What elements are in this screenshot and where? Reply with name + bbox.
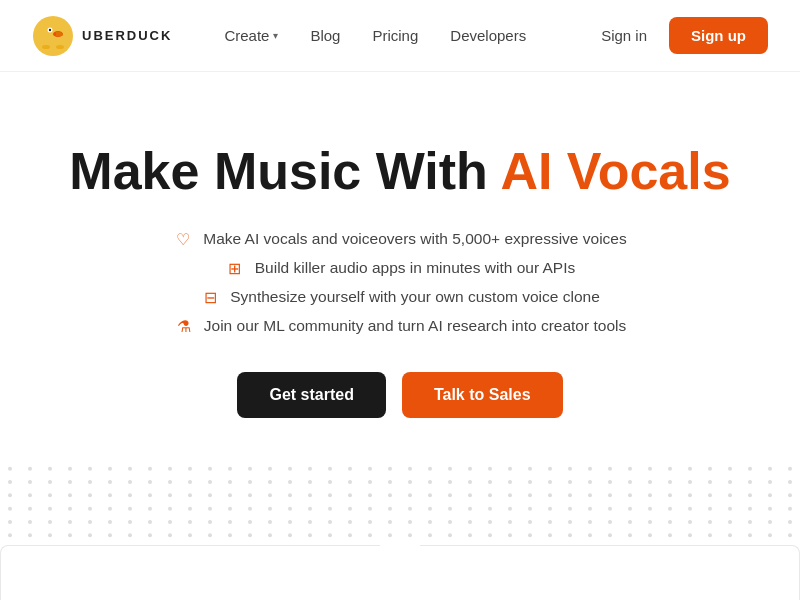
svg-point-7 xyxy=(56,45,64,49)
logo-icon xyxy=(32,15,74,57)
talk-to-sales-button[interactable]: Talk to Sales xyxy=(402,372,563,418)
nav-pricing-link[interactable]: Pricing xyxy=(360,19,430,52)
hero-title: Make Music With AI Vocals xyxy=(69,142,730,202)
nav-right: Sign in Sign up xyxy=(587,17,768,54)
logo-text: UBERDUCK xyxy=(82,28,172,43)
get-started-button[interactable]: Get started xyxy=(237,372,385,418)
strip-right xyxy=(420,545,800,600)
feature-voices: ♡ Make AI vocals and voiceovers with 5,0… xyxy=(173,230,626,249)
cta-buttons: Get started Talk to Sales xyxy=(237,372,562,418)
nav-links: Create ▾ Blog Pricing Developers xyxy=(212,19,587,52)
nav-blog-link[interactable]: Blog xyxy=(298,19,352,52)
feature-voices-text: Make AI vocals and voiceovers with 5,000… xyxy=(203,230,626,248)
svg-point-4 xyxy=(49,28,51,30)
grid-icon: ⊞ xyxy=(225,259,245,278)
chevron-down-icon: ▾ xyxy=(273,30,278,41)
feature-clone: ⊟ Synthesize yourself with your own cust… xyxy=(200,288,600,307)
signin-link[interactable]: Sign in xyxy=(587,19,661,52)
feature-community: ⚗ Join our ML community and turn AI rese… xyxy=(174,317,626,336)
feature-api: ⊞ Build killer audio apps in minutes wit… xyxy=(225,259,576,278)
hero-title-highlight: AI Vocals xyxy=(500,142,730,200)
feature-clone-text: Synthesize yourself with your own custom… xyxy=(230,288,600,306)
heart-icon: ♡ xyxy=(173,230,193,249)
flask-icon: ⚗ xyxy=(174,317,194,336)
dot-grid-decoration xyxy=(0,462,800,542)
hero-section: Make Music With AI Vocals ♡ Make AI voca… xyxy=(0,72,800,582)
nav-developers-link[interactable]: Developers xyxy=(438,19,538,52)
feature-community-text: Join our ML community and turn AI resear… xyxy=(204,317,626,335)
strip-center xyxy=(380,545,420,600)
layers-icon: ⊟ xyxy=(200,288,220,307)
logo-link[interactable]: UBERDUCK xyxy=(32,15,172,57)
hero-title-normal: Make Music With xyxy=(69,142,500,200)
navbar: UBERDUCK Create ▾ Blog Pricing Developer… xyxy=(0,0,800,72)
signup-button[interactable]: Sign up xyxy=(669,17,768,54)
svg-point-6 xyxy=(42,45,50,49)
features-list: ♡ Make AI vocals and voiceovers with 5,0… xyxy=(173,230,626,336)
bottom-strip xyxy=(0,545,800,600)
feature-api-text: Build killer audio apps in minutes with … xyxy=(255,259,576,277)
nav-create-link[interactable]: Create ▾ xyxy=(212,19,290,52)
strip-left xyxy=(0,545,380,600)
